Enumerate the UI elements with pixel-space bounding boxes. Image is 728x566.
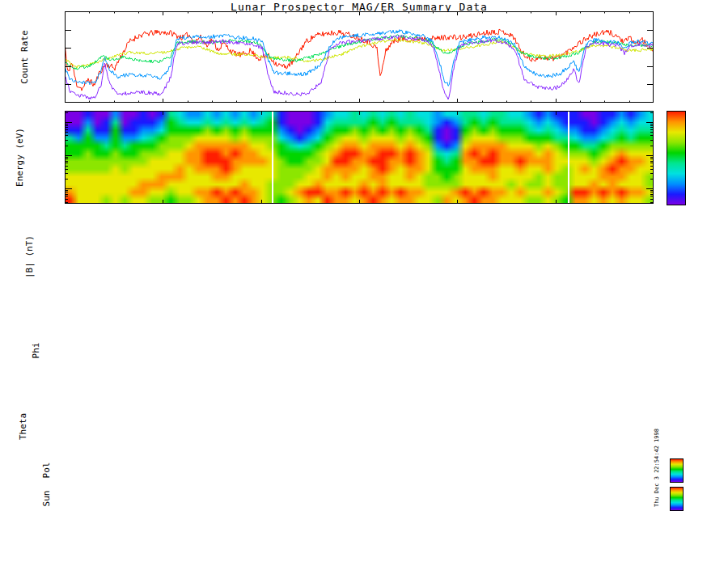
sun-bar bbox=[65, 487, 654, 509]
count-rate-panel bbox=[65, 11, 654, 103]
pol-colorbar bbox=[670, 458, 684, 483]
phi-panel bbox=[65, 306, 654, 395]
figure-root: Lunar Prospector MAG/ER Summary Data Cou… bbox=[0, 0, 728, 566]
bmag-panel bbox=[65, 212, 654, 301]
ylabel-sun: Sun bbox=[41, 418, 52, 566]
theta-panel bbox=[65, 402, 654, 450]
sun-colorbar bbox=[670, 487, 684, 511]
pol-bar bbox=[65, 458, 654, 481]
spectrogram-colorbar bbox=[667, 111, 686, 205]
creation-timestamp: Thu Dec 3 22:54:42 1998 bbox=[654, 458, 660, 507]
energy-spectrogram-panel bbox=[65, 111, 654, 204]
ylabel-phi: Phi bbox=[31, 270, 41, 432]
ylabel-theta: Theta bbox=[18, 346, 28, 508]
